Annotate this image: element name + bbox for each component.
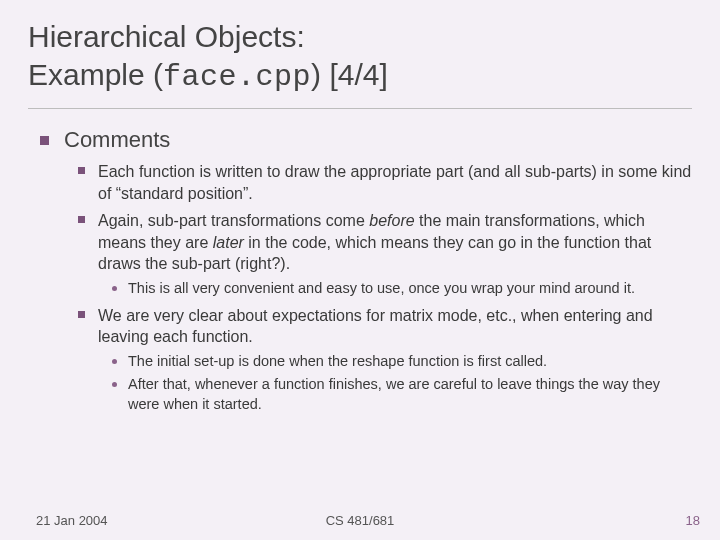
heading-text: Comments	[64, 127, 170, 152]
title-line2-post: ) [4/4]	[311, 58, 388, 91]
slide-title: Hierarchical Objects: Example (face.cpp)…	[28, 18, 692, 96]
title-rule	[28, 108, 692, 109]
title-code: face.cpp	[163, 60, 311, 94]
point-1: Each function is written to draw the app…	[98, 161, 692, 204]
points-list: Each function is written to draw the app…	[64, 161, 692, 414]
point-1-text: Each function is written to draw the app…	[98, 163, 691, 202]
point-3-sub-1: The initial set-up is done when the resh…	[128, 352, 692, 372]
point-3-subs: The initial set-up is done when the resh…	[98, 352, 692, 415]
heading-item: Comments Each function is written to dra…	[64, 127, 692, 414]
title-line2-pre: Example (	[28, 58, 163, 91]
content-list: Comments Each function is written to dra…	[28, 127, 692, 414]
point-2-sub-1: This is all very convenient and easy to …	[128, 279, 692, 299]
point-3-sub-2: After that, whenever a function finishes…	[128, 375, 692, 414]
title-line1: Hierarchical Objects:	[28, 20, 305, 53]
footer-course: CS 481/681	[0, 513, 720, 528]
point-2-subs: This is all very convenient and easy to …	[98, 279, 692, 299]
point-2-text: Again, sub-part transformations come bef…	[98, 212, 651, 272]
footer: 21 Jan 2004 CS 481/681 18	[0, 513, 720, 528]
point-3: We are very clear about expectations for…	[98, 305, 692, 415]
slide: Hierarchical Objects: Example (face.cpp)…	[0, 0, 720, 540]
point-3-text: We are very clear about expectations for…	[98, 307, 653, 346]
point-2: Again, sub-part transformations come bef…	[98, 210, 692, 298]
